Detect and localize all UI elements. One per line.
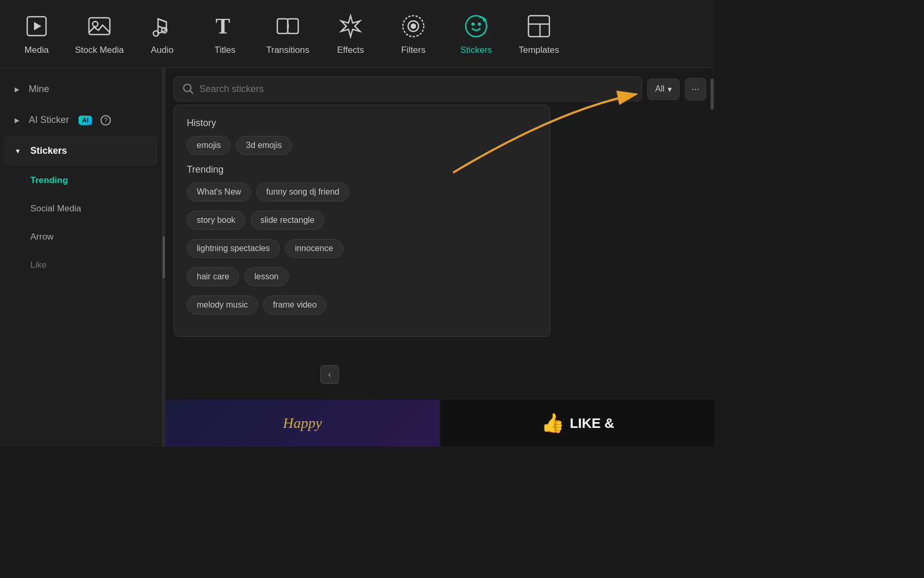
- trending-tags-row2: story book slide rectangle: [187, 211, 537, 230]
- all-label: All: [655, 84, 664, 94]
- like-label: Like: [30, 260, 47, 270]
- more-dots: ···: [692, 84, 700, 95]
- trending-tag-lightning-spectacles[interactable]: lightning spectacles: [187, 239, 280, 258]
- svg-rect-2: [89, 18, 110, 35]
- trending-tags-row4: hair care lesson: [187, 267, 537, 286]
- sidebar: ▶ Mine ▶ AI Sticker AI ? ▼ Stickers Tren…: [0, 68, 162, 447]
- dropdown-chevron-icon: ▾: [668, 84, 672, 94]
- sidebar-scroll-thumb: [163, 236, 165, 278]
- toolbar: Media Stock Media Audio T: [0, 0, 715, 68]
- trending-tag-story-book[interactable]: story book: [187, 211, 245, 230]
- trending-tag-funny-song[interactable]: funny song dj friend: [256, 183, 350, 201]
- help-icon[interactable]: ?: [100, 115, 111, 126]
- sidebar-sub-item-trending[interactable]: Trending: [4, 167, 157, 194]
- media-label: Media: [25, 45, 49, 55]
- trending-tag-melody-music[interactable]: melody music: [187, 296, 258, 314]
- effects-icon: [337, 13, 364, 40]
- stock-media-icon: [86, 13, 113, 40]
- main-content: ▶ Mine ▶ AI Sticker AI ? ▼ Stickers Tren…: [0, 68, 715, 447]
- sticker-happy-text: Happy: [283, 415, 322, 432]
- audio-icon: [149, 13, 176, 40]
- content-scrollbar[interactable]: [709, 68, 715, 400]
- templates-icon: [525, 13, 553, 40]
- ai-sticker-label: AI Sticker: [29, 115, 69, 126]
- sticker-preview-bar: Happy 👍 LIKE &: [165, 400, 715, 447]
- svg-rect-8: [288, 19, 298, 33]
- social-media-label: Social Media: [30, 203, 81, 213]
- ai-chevron: ▶: [15, 117, 19, 124]
- svg-marker-1: [34, 22, 41, 30]
- sidebar-item-mine[interactable]: ▶ Mine: [4, 74, 157, 104]
- search-dropdown-popup: History emojis 3d emojis Trending What's…: [174, 105, 550, 337]
- transitions-label: Transitions: [266, 45, 310, 55]
- toolbar-item-effects[interactable]: Effects: [319, 7, 382, 61]
- svg-point-15: [478, 22, 481, 26]
- trending-tag-whats-new[interactable]: What's New: [187, 183, 251, 201]
- sidebar-item-ai-sticker[interactable]: ▶ AI Sticker AI ?: [4, 105, 157, 135]
- svg-text:T: T: [216, 14, 230, 38]
- svg-point-16: [483, 18, 486, 21]
- collapse-sidebar-button[interactable]: ‹: [320, 365, 339, 384]
- content-area: All ▾ ··· History emojis 3d emojis Trend…: [165, 68, 715, 447]
- titles-label: Titles: [215, 45, 235, 55]
- effects-label: Effects: [337, 45, 364, 55]
- sidebar-sub-item-social-media[interactable]: Social Media: [4, 195, 157, 222]
- toolbar-item-stickers[interactable]: Stickers: [445, 7, 508, 61]
- toolbar-item-transitions[interactable]: Transitions: [256, 7, 319, 61]
- stickers-icon: [463, 13, 490, 40]
- history-tag-emojis[interactable]: emojis: [187, 136, 231, 155]
- trending-tags-row3: lightning spectacles innocence: [187, 239, 537, 258]
- stock-media-label: Stock Media: [75, 45, 124, 55]
- sidebar-item-stickers[interactable]: ▼ Stickers: [4, 136, 157, 166]
- all-dropdown[interactable]: All ▾: [647, 78, 680, 100]
- toolbar-item-stock-media[interactable]: Stock Media: [68, 7, 131, 61]
- svg-rect-7: [277, 19, 288, 33]
- trending-label: Trending: [30, 175, 68, 185]
- svg-point-3: [93, 21, 98, 27]
- transitions-icon: [274, 13, 301, 40]
- filters-label: Filters: [401, 45, 425, 55]
- sidebar-sub-item-like[interactable]: Like: [4, 252, 157, 279]
- search-bar[interactable]: [174, 76, 642, 101]
- trending-tag-innocence[interactable]: innocence: [285, 239, 343, 258]
- arrow-label: Arrow: [30, 232, 53, 242]
- trending-tag-hair-care[interactable]: hair care: [187, 267, 239, 286]
- toolbar-item-templates[interactable]: Templates: [508, 7, 570, 61]
- search-area: All ▾ ···: [165, 68, 715, 110]
- svg-rect-17: [528, 16, 549, 37]
- filters-icon: [400, 13, 427, 40]
- like-text: LIKE &: [570, 415, 614, 432]
- media-icon: [23, 13, 50, 40]
- sticker-thumb-happy[interactable]: Happy: [165, 400, 440, 447]
- trending-tag-frame-video[interactable]: frame video: [263, 296, 327, 314]
- trending-section-title: Trending: [187, 164, 537, 175]
- sticker-thumb-like[interactable]: 👍 LIKE &: [441, 400, 715, 447]
- more-options-button[interactable]: ···: [685, 78, 706, 100]
- search-input[interactable]: [199, 84, 633, 95]
- svg-point-12: [411, 24, 415, 28]
- search-row: All ▾ ···: [174, 76, 706, 101]
- history-section-title: History: [187, 118, 537, 129]
- toolbar-item-titles[interactable]: T Titles: [194, 7, 256, 61]
- stickers-label: Stickers: [460, 45, 492, 55]
- toolbar-item-filters[interactable]: Filters: [382, 7, 445, 61]
- toolbar-item-audio[interactable]: Audio: [131, 7, 194, 61]
- history-tag-3d-emojis[interactable]: 3d emojis: [236, 136, 291, 155]
- mine-chevron: ▶: [15, 86, 19, 93]
- svg-point-20: [184, 84, 191, 92]
- thumbs-up-icon: 👍: [541, 412, 565, 434]
- trending-tags-row1: What's New funny song dj friend: [187, 183, 537, 201]
- templates-label: Templates: [519, 45, 559, 55]
- stickers-label: Stickers: [30, 145, 67, 156]
- svg-point-14: [471, 22, 475, 26]
- trending-tag-slide-rectangle[interactable]: slide rectangle: [251, 211, 324, 230]
- trending-tags-row5: melody music frame video: [187, 296, 537, 314]
- sidebar-sub-item-arrow[interactable]: Arrow: [4, 223, 157, 251]
- mine-label: Mine: [29, 84, 49, 95]
- svg-line-21: [190, 90, 193, 94]
- toolbar-item-media[interactable]: Media: [5, 7, 68, 61]
- ai-badge: AI: [78, 116, 92, 125]
- content-scroll-thumb: [711, 78, 714, 110]
- history-tags: emojis 3d emojis: [187, 136, 537, 155]
- trending-tag-lesson[interactable]: lesson: [244, 267, 288, 286]
